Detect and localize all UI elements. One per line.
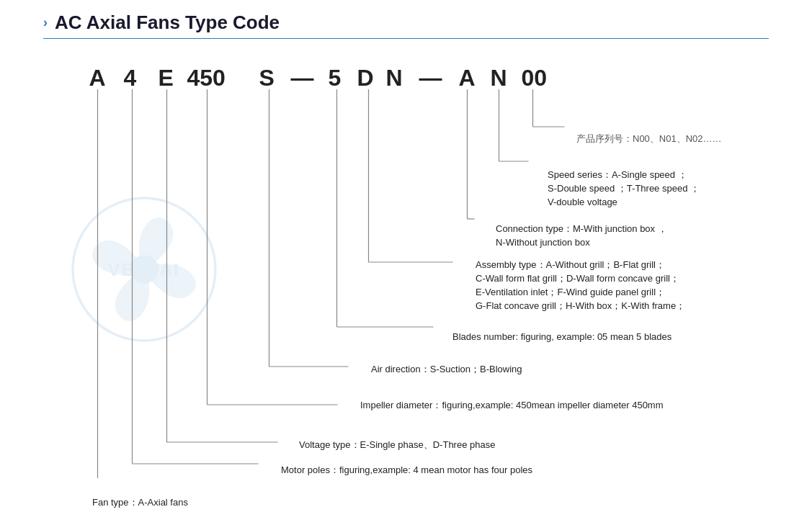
label-connection: Connection type：M-With junction box ， N-…: [496, 223, 667, 250]
label-air-direction: Air direction：S-Suction；B-Blowing: [371, 363, 522, 377]
svg-text:00: 00: [522, 65, 548, 91]
diagram-area: VENTAI A 4 E 450 S — 5 D N — A N 00: [43, 46, 769, 478]
svg-text:E: E: [159, 65, 174, 91]
chevron-icon: ›: [43, 15, 48, 30]
svg-text:A: A: [459, 65, 476, 91]
label-product-series: 产品序列号：N00、N01、N02……: [576, 133, 722, 146]
page-title: AC Axial Fans Type Code: [55, 12, 280, 34]
header-divider: [43, 38, 769, 39]
page-container: › AC Axial Fans Type Code VENTAI: [0, 0, 812, 512]
label-voltage: Voltage type：E-Single phase、D-Three phas…: [299, 439, 495, 452]
label-motor-poles: Motor poles：figuring,example: 4 mean mot…: [281, 464, 532, 477]
svg-text:N: N: [386, 65, 403, 91]
svg-text:N: N: [491, 65, 507, 91]
label-speed-series: Speed series：A-Single speed ； S-Double s…: [548, 169, 700, 210]
label-assembly: Assembly type：A-Without grill；B-Flat gri…: [476, 259, 685, 313]
svg-text:450: 450: [187, 65, 226, 91]
svg-text:5: 5: [329, 65, 342, 91]
svg-text:S: S: [259, 65, 275, 91]
svg-text:D: D: [357, 65, 374, 91]
label-blades: Blades number: figuring, example: 05 mea…: [452, 331, 672, 344]
svg-text:4: 4: [124, 65, 137, 91]
svg-text:—: —: [419, 65, 442, 91]
svg-text:—: —: [291, 65, 314, 91]
svg-text:A: A: [89, 65, 106, 91]
header: › AC Axial Fans Type Code: [43, 12, 769, 34]
label-impeller: Impeller diameter：figuring,example: 450m…: [360, 399, 664, 413]
label-fan-type: Fan type：A-Axial fans: [92, 496, 188, 510]
